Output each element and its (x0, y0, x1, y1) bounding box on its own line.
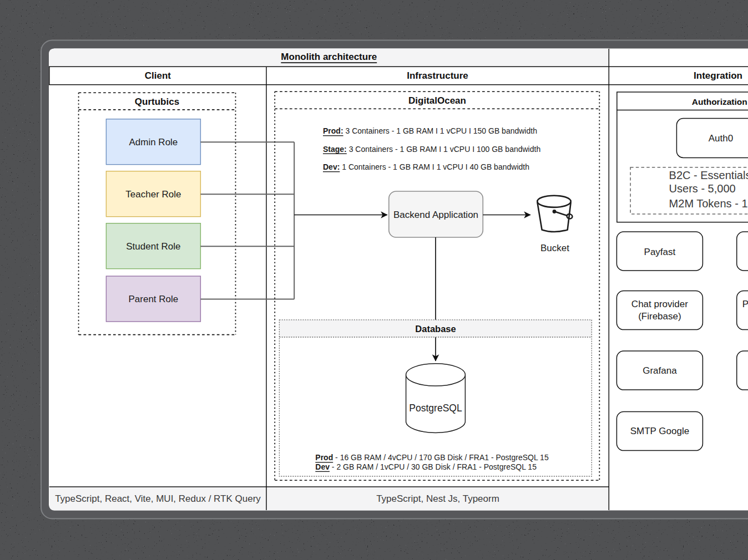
svg-text:TypeScript, React, Vite, MUI,: TypeScript, React, Vite, MUI, Redux / RT… (55, 493, 261, 504)
svg-text:Authorization: Authorization (692, 97, 747, 106)
svg-text:Prod: 3 Containers - 1 GB RAM: Prod: 3 Containers - 1 GB RAM I 1 vCPU I… (323, 126, 537, 135)
svg-text:Users - 5,000: Users - 5,000 (669, 182, 736, 195)
svg-text:Teacher Role: Teacher Role (125, 189, 181, 200)
svg-text:DigitalOcean: DigitalOcean (408, 95, 466, 106)
svg-text:B2C - Essentials - 1: B2C - Essentials - 1 (669, 169, 748, 181)
svg-text:Dev - 2 GB RAM / 1vCPU / 30 GB: Dev - 2 GB RAM / 1vCPU / 30 GB Disk / FR… (315, 462, 537, 471)
svg-text:Parent Role: Parent Role (129, 294, 179, 304)
svg-text:Stage: 3 Containers - 1 GB RAM: Stage: 3 Containers - 1 GB RAM I 1 vCPU … (323, 145, 540, 154)
svg-text:(Firebase): (Firebase) (638, 311, 681, 322)
svg-text:Admin Role: Admin Role (129, 137, 178, 147)
svg-text:M2M Tokens - 1,000: M2M Tokens - 1,000 (669, 197, 748, 210)
svg-text:Grafana: Grafana (643, 365, 677, 376)
svg-text:SMTP Google: SMTP Google (630, 426, 689, 436)
svg-text:Backend Application: Backend Application (393, 210, 478, 220)
svg-text:Student Role: Student Role (126, 241, 180, 252)
svg-text:Dev: 1 Containers - 1 GB RAM I: Dev: 1 Containers - 1 GB RAM I 1 vCPU I … (323, 162, 529, 171)
svg-text:Qurtubics: Qurtubics (135, 96, 179, 107)
svg-text:Database: Database (415, 324, 456, 334)
svg-text:Payfast: Payfast (644, 247, 676, 257)
svg-text:Infrastructure: Infrastructure (407, 70, 468, 81)
svg-text:PostgreSQL: PostgreSQL (409, 403, 462, 414)
svg-text:Integration: Integration (694, 70, 742, 81)
svg-text:Monolith architecture: Monolith architecture (281, 52, 377, 62)
svg-text:Payment gateway: Payment gateway (742, 299, 748, 309)
svg-text:Bucket: Bucket (540, 243, 569, 253)
svg-text:Chat provider: Chat provider (631, 299, 688, 309)
svg-text:Client: Client (145, 70, 171, 81)
svg-text:Prod - 16 GB RAM / 4vCPU / 170: Prod - 16 GB RAM / 4vCPU / 170 GB Disk /… (315, 453, 549, 462)
svg-text:Auth0: Auth0 (709, 133, 733, 144)
svg-text:TypeScript, Nest Js, Typeorm: TypeScript, Nest Js, Typeorm (376, 493, 499, 504)
